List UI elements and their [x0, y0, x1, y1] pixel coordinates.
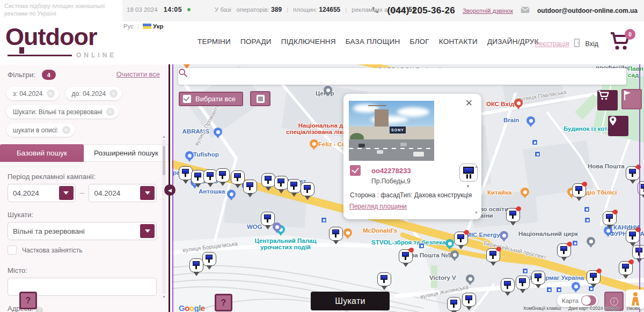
billboard-marker[interactable]: [329, 227, 343, 241]
cart-button[interactable]: 0: [609, 31, 634, 55]
logo-underline: [8, 55, 72, 56]
nav-item[interactable]: БЛОГ: [409, 38, 429, 46]
lang-ru-link[interactable]: Рус: [123, 23, 134, 29]
nav-item[interactable]: ТЕРМІНИ: [197, 38, 231, 46]
map-type-toggle[interactable]: [581, 295, 596, 306]
popup-scroll-down-icon[interactable]: ▼: [474, 211, 478, 214]
chip-remove-icon[interactable]: ✕: [62, 126, 70, 134]
scroll-up-icon[interactable]: ▲: [162, 135, 166, 138]
transit-chip: [419, 243, 425, 249]
filter-chip[interactable]: до: 04.2024✕: [65, 87, 122, 100]
sidebar-collapse-handle[interactable]: ◀: [164, 184, 175, 196]
billboard-marker[interactable]: [506, 208, 520, 222]
sidebar-help-button[interactable]: ?: [19, 292, 37, 309]
map[interactable]: BARBARON Barbershop | Барбершоп Київпроф…: [172, 64, 644, 312]
period-dash: –: [80, 188, 85, 198]
billboard-marker[interactable]: [447, 297, 461, 311]
billboard-marker[interactable]: [516, 276, 530, 289]
billboard-marker[interactable]: [231, 170, 245, 184]
terms-link[interactable]: Умови: [626, 306, 640, 311]
clear-all-link[interactable]: Очистити все: [116, 70, 160, 78]
email-link[interactable]: outdoor@outdoor-online.com.ua: [537, 7, 638, 14]
nav-item[interactable]: КОНТАКТИ: [439, 38, 478, 46]
ukraine-flag-icon: [143, 24, 151, 29]
map-search-submit-button[interactable]: Шукати: [311, 292, 390, 310]
lang-uk-current[interactable]: Укр: [143, 23, 164, 29]
nav-item[interactable]: ПОРАДИ: [240, 38, 272, 46]
popup-scroll-up-icon[interactable]: ▲: [474, 165, 478, 168]
partial-checkbox[interactable]: [8, 246, 17, 255]
filter-chip[interactable]: шукати в описі:✕: [6, 123, 75, 137]
period-from-select[interactable]: 04.2024: [8, 184, 76, 202]
chip-remove-icon[interactable]: ✕: [47, 90, 55, 98]
billboard-marker[interactable]: [261, 212, 275, 226]
period-to-select[interactable]: 04.2024: [89, 184, 157, 202]
register-link[interactable]: Реєстрація: [535, 40, 569, 48]
select-arrow-icon[interactable]: [59, 186, 74, 200]
map-location-button[interactable]: [608, 116, 628, 136]
chip-remove-icon[interactable]: ✕: [109, 90, 118, 98]
transit-chip: [556, 287, 562, 293]
scrollbar-thumb[interactable]: [163, 146, 165, 175]
billboard-marker[interactable]: [287, 179, 301, 193]
popup-view-link[interactable]: Перегляд площини: [349, 203, 407, 210]
billboard-marker[interactable]: [399, 249, 413, 263]
map-search-button[interactable]: [608, 68, 626, 85]
select-arrow-icon[interactable]: [140, 224, 155, 238]
billboard-marker[interactable]: [572, 183, 586, 197]
billboard-marker[interactable]: [619, 261, 633, 275]
billboard-marker[interactable]: [274, 176, 288, 190]
billboard-marker[interactable]: [531, 271, 545, 285]
sidebar-scrollbar[interactable]: ▲ ▼: [162, 139, 166, 294]
billboard-marker[interactable]: [377, 272, 391, 286]
availability-select[interactable]: Вільні та резервовані: [8, 222, 157, 240]
billboard-marker[interactable]: [243, 180, 257, 194]
logo[interactable]: Outdoor ONLINE: [5, 25, 121, 60]
chip-remove-icon[interactable]: ✕: [106, 108, 114, 116]
billboard-marker[interactable]: [626, 166, 640, 180]
map-help-button[interactable]: ?: [215, 294, 232, 311]
phone-number[interactable]: (044) 205-36-26: [387, 5, 455, 16]
popup-type-value: Тип: Дахова конструкція: [400, 191, 472, 199]
transit-chip: [572, 240, 578, 246]
billboard-marker[interactable]: [557, 243, 571, 257]
select-all-button[interactable]: Вибрати все: [179, 92, 243, 106]
billboard-marker[interactable]: [587, 270, 601, 284]
filter-chip[interactable]: Шукати: Вільні та резервовані✕: [6, 105, 119, 118]
billboard-marker[interactable]: [189, 258, 203, 272]
billboard-marker[interactable]: [486, 248, 500, 262]
billboard-marker[interactable]: [261, 173, 275, 187]
billboard-marker[interactable]: [603, 211, 617, 225]
popup-close-icon[interactable]: ✕: [462, 99, 476, 108]
billboard-marker[interactable]: [501, 278, 515, 292]
keyboard-shortcuts-link[interactable]: Комбінації клавіш: [524, 306, 561, 311]
filter-chip[interactable]: з: 04.2024✕: [6, 87, 59, 100]
popup-id-link[interactable]: oo42278233: [371, 167, 411, 175]
map-label: WOG: [247, 224, 262, 230]
map-flag-button[interactable]: [621, 89, 642, 109]
billboard-marker[interactable]: [462, 293, 476, 307]
nav-item[interactable]: ПІДКЛЮЧЕННЯ: [281, 38, 336, 46]
map-cart-button[interactable]: [597, 90, 618, 110]
billboard-marker[interactable]: [301, 182, 314, 196]
popup-checkbox[interactable]: [350, 165, 361, 176]
nav-item[interactable]: БАЗА ПЛОЩИН: [346, 38, 400, 46]
cart-icon: [597, 90, 609, 101]
select-arrow-icon[interactable]: [140, 186, 155, 200]
map-search-input[interactable]: [178, 68, 608, 85]
search-tab[interactable]: Базовий пошук: [0, 144, 84, 162]
scroll-down-icon[interactable]: ▼: [162, 295, 166, 299]
auth-block: Реєстрація Вхід: [535, 39, 598, 49]
nav-item[interactable]: ДИЗАЙН/ДРУК: [487, 38, 539, 46]
billboard-marker[interactable]: [216, 168, 230, 182]
billboard-marker[interactable]: [638, 181, 644, 195]
billboard-marker[interactable]: [202, 252, 216, 266]
login-link[interactable]: Вхід: [585, 40, 598, 48]
popup-dropdown-icon[interactable]: ▼: [466, 184, 470, 189]
multi-select-button[interactable]: [250, 91, 270, 106]
callback-link[interactable]: Зворотній дзвінок: [463, 8, 513, 14]
search-tab[interactable]: Розширений пошук: [84, 144, 169, 162]
billboard-marker[interactable]: [626, 229, 640, 243]
billboard-marker[interactable]: [454, 232, 468, 246]
popup-photo[interactable]: SONY: [349, 101, 434, 161]
